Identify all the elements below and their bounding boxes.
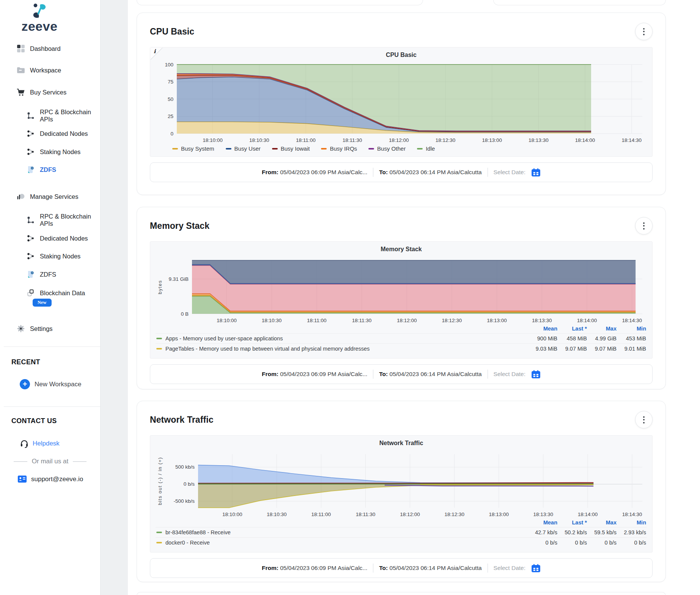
legend-item[interactable]: Busy User <box>226 145 261 152</box>
from-label: From: <box>262 565 278 571</box>
rpc-icon <box>27 112 35 120</box>
stats-value: 0 b/s <box>528 540 557 546</box>
svg-text:18:10:00: 18:10:00 <box>203 137 223 143</box>
support-email-label: support@zeeve.io <box>31 475 83 483</box>
info-corner-icon[interactable] <box>150 47 162 60</box>
stats-row[interactable]: PageTables - Memory used to map between … <box>156 343 647 354</box>
stats-row[interactable]: Apps - Memory used by user-space applica… <box>156 333 647 343</box>
to-value: 05/04/2023 06:14 PM Asia/Calcutta <box>390 565 482 571</box>
stats-header[interactable]: Last * <box>557 326 587 332</box>
from-value: 05/04/2023 06:09 PM Asia/Calc... <box>280 169 367 175</box>
zeeve-logo[interactable]: zeeve <box>17 3 61 33</box>
stats-header[interactable]: Mean <box>528 519 557 526</box>
chart-title: Memory Stack <box>156 246 647 253</box>
stats-row[interactable]: br-834fe68fae88 - Receive42.7 kb/s50.2 k… <box>156 527 647 537</box>
chart-title: CPU Basic <box>156 52 647 58</box>
calendar-icon[interactable] <box>531 168 541 177</box>
legend-swatch <box>156 532 162 533</box>
sidebar-item-buy-services[interactable]: Buy Services <box>0 85 100 99</box>
panel-menu-button[interactable] <box>635 23 653 40</box>
sidebar-item-manage-services[interactable]: Manage Services <box>0 190 100 203</box>
sidebar-item-label: Staking Nodes <box>40 253 80 260</box>
legend-item[interactable]: Busy System <box>172 145 214 152</box>
stats-value: 2.93 kb/s <box>617 529 646 535</box>
svg-text:18:11:30: 18:11:30 <box>343 137 362 143</box>
sidebar-item-buy-zdfs[interactable]: ZDFS <box>0 163 100 176</box>
svg-text:18:14:00: 18:14:00 <box>577 318 597 323</box>
panel-menu-button[interactable] <box>635 411 653 428</box>
stats-header[interactable]: Min <box>617 326 646 332</box>
support-email-link[interactable]: support@zeeve.io <box>17 475 83 483</box>
headset-icon <box>20 439 29 448</box>
svg-text:18:13:00: 18:13:00 <box>489 512 509 517</box>
info-icon[interactable]: i <box>154 48 156 54</box>
sidebar-item-buy-staking-nodes[interactable]: Staking Nodes <box>0 145 100 159</box>
stats-header[interactable]: Mean <box>528 326 557 332</box>
sidebar-item-manage-dedicated-nodes[interactable]: Dedicated Nodes <box>0 231 100 245</box>
legend-label: Busy System <box>181 145 214 152</box>
sidebar-item-buy-dedicated-nodes[interactable]: Dedicated Nodes <box>0 127 100 140</box>
sidebar-item-dashboard[interactable]: Dashboard <box>0 42 100 55</box>
sidebar-item-blockchain-data[interactable]: Blockchain DataNew <box>0 286 100 300</box>
partial-card-above-left <box>137 0 423 5</box>
stats-header-row: MeanLast *MaxMin <box>156 325 647 333</box>
zdfs-icon <box>27 270 35 279</box>
stats-row[interactable]: docker0 - Receive0 b/s0 b/s0 b/s0 b/s <box>156 537 647 548</box>
svg-text:18:13:30: 18:13:30 <box>529 137 549 143</box>
svg-text:18:12:00: 18:12:00 <box>400 512 420 517</box>
svg-text:18:14:00: 18:14:00 <box>578 512 598 517</box>
sidebar-item-settings[interactable]: Settings <box>0 322 100 335</box>
to-label: To: <box>379 371 388 377</box>
panel-menu-button[interactable] <box>635 217 653 235</box>
from-label: From: <box>262 371 278 377</box>
sidebar-item-manage-rpc-apis[interactable]: RPC & Blockchain APIs <box>0 213 100 227</box>
sidebar-item-buy-rpc-apis[interactable]: RPC & Blockchain APIs <box>0 109 100 123</box>
sidebar-content-gutter <box>100 0 128 595</box>
legend-swatch <box>368 148 374 150</box>
date-range-bar: From: 05/04/2023 06:09 PM Asia/Calc... T… <box>150 558 653 578</box>
svg-text:18:12:30: 18:12:30 <box>442 318 462 323</box>
sidebar-item-manage-zdfs[interactable]: ZDFS <box>0 268 100 281</box>
memory-chart-stats: MeanLast *MaxMinApps - Memory used by us… <box>156 325 647 354</box>
helpdesk-label: Helpdesk <box>33 440 60 447</box>
copy-icon <box>27 289 35 297</box>
svg-text:18:10:00: 18:10:00 <box>222 512 242 517</box>
partial-card-below <box>137 592 666 595</box>
stats-header[interactable]: Min <box>617 519 646 526</box>
stats-header[interactable]: Max <box>587 326 617 332</box>
date-range-bar: From: 05/04/2023 06:09 PM Asia/Calc... T… <box>150 162 653 182</box>
sidebar-item-new-workspace[interactable]: New Workspace <box>20 379 81 389</box>
legend-label: Idle <box>426 145 435 152</box>
svg-text:500 kb/s: 500 kb/s <box>175 464 195 470</box>
sidebar-item-manage-staking-nodes[interactable]: Staking Nodes <box>0 249 100 263</box>
stats-value: 458 MiB <box>557 335 587 342</box>
stats-value: 453 MiB <box>617 335 646 342</box>
sidebar-item-workspace[interactable]: Workspace <box>0 63 100 77</box>
stats-header[interactable]: Max <box>587 519 617 526</box>
stats-value: 9.07 MiB <box>587 346 617 352</box>
from-value: 05/04/2023 06:09 PM Asia/Calc... <box>280 371 367 377</box>
series-label: Apps - Memory used by user-space applica… <box>156 335 528 342</box>
divider <box>373 564 373 573</box>
stats-header-row: MeanLast *MaxMin <box>156 519 647 527</box>
sidebar-divider <box>4 406 100 407</box>
sidebar-item-label: Dedicated Nodes <box>40 130 88 137</box>
stats-header[interactable]: Last * <box>557 519 587 526</box>
to-value: 05/04/2023 06:14 PM Asia/Calcutta <box>390 371 482 377</box>
legend-item[interactable]: Busy IRQs <box>321 145 357 152</box>
calendar-icon[interactable] <box>531 564 541 573</box>
legend-item[interactable]: Busy Other <box>368 145 406 152</box>
legend-swatch <box>417 148 423 150</box>
stats-value: 0 b/s <box>557 540 587 546</box>
zeeve-wordmark: zeeve <box>17 20 61 33</box>
panel-cpu-basic: CPU Basic i CPU Basic 025507510018:10:00… <box>137 13 666 195</box>
sidebar-item-label: Staking Nodes <box>40 148 80 156</box>
calendar-icon[interactable] <box>531 370 541 379</box>
svg-text:18:11:00: 18:11:00 <box>307 318 327 323</box>
legend-item[interactable]: Busy Iowait <box>272 145 310 152</box>
legend-item[interactable]: Idle <box>417 145 435 152</box>
cpu-chart: i CPU Basic 025507510018:10:0018:10:3018… <box>150 47 653 157</box>
cpu-chart-legend: Busy SystemBusy UserBusy IowaitBusy IRQs… <box>172 145 647 152</box>
svg-text:0 B: 0 B <box>181 311 189 317</box>
helpdesk-link[interactable]: Helpdesk <box>20 439 60 448</box>
